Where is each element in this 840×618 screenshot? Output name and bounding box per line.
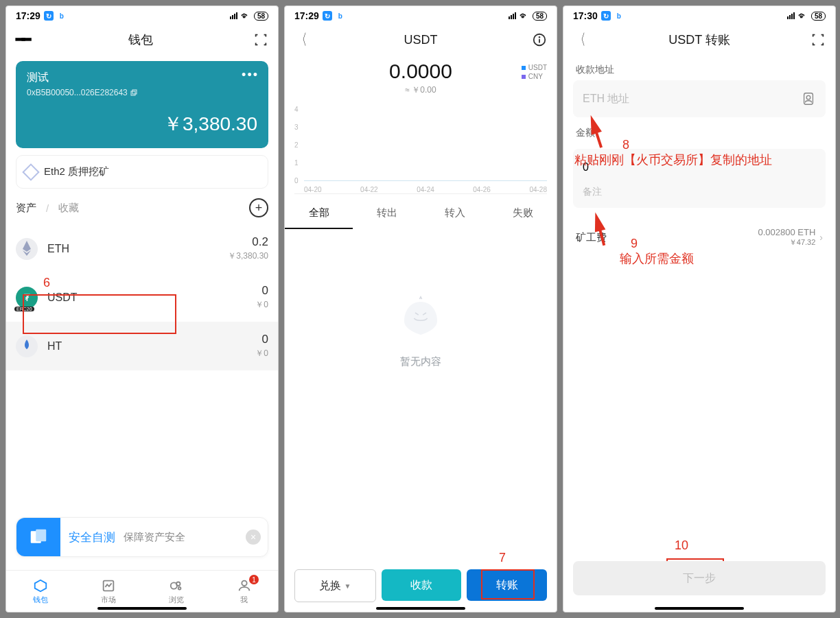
svg-point-11 bbox=[539, 37, 540, 38]
app-indicator-2-icon: b bbox=[614, 11, 624, 21]
usdt-icon: ₮ERC20 bbox=[16, 287, 38, 309]
nav-bar: 〈 USDT 转账 bbox=[563, 25, 835, 54]
close-icon[interactable]: × bbox=[246, 530, 261, 545]
asset-row-ht[interactable]: HT 0￥0 bbox=[6, 322, 278, 370]
home-indicator[interactable] bbox=[655, 607, 744, 610]
back-icon[interactable]: 〈 bbox=[575, 29, 585, 50]
next-button[interactable]: 下一步 bbox=[573, 561, 826, 595]
balance-amount: 0.0000 bbox=[285, 60, 557, 83]
info-icon[interactable] bbox=[532, 32, 547, 47]
action-bar: 兑换▼ 收款 转账 bbox=[294, 569, 547, 602]
app-indicator-icon: ↻ bbox=[601, 11, 611, 21]
signal-icon bbox=[509, 12, 516, 19]
eth-icon bbox=[16, 238, 38, 260]
tab-assets[interactable]: 资产 bbox=[16, 202, 36, 215]
wifi-icon: ᯤ bbox=[241, 10, 250, 21]
battery-icon: 58 bbox=[533, 12, 547, 21]
tab-wallet[interactable]: 钱包 bbox=[6, 571, 74, 612]
filter-in[interactable]: 转入 bbox=[421, 198, 489, 229]
toast-title: 安全自测 bbox=[69, 530, 115, 545]
wallet-balance: ￥3,380.30 bbox=[27, 111, 257, 137]
tab-market[interactable]: 市场 bbox=[74, 571, 142, 612]
clock: 17:29 bbox=[294, 10, 319, 21]
security-toast[interactable]: 安全自测 保障资产安全 × bbox=[16, 517, 268, 557]
tab-me[interactable]: 1我 bbox=[210, 571, 278, 612]
annotation-9-num: 9 bbox=[631, 237, 638, 251]
empty-state: 暂无内容 bbox=[285, 291, 557, 368]
wallet-address[interactable]: 0xB5B00050...026E282643 bbox=[27, 88, 257, 97]
balance-fiat: ≈ ￥0.00 bbox=[285, 84, 557, 96]
filter-all[interactable]: 全部 bbox=[285, 198, 353, 229]
tab-browser[interactable]: 浏览 bbox=[142, 571, 210, 612]
notification-badge: 1 bbox=[249, 575, 259, 584]
menu-icon[interactable]: ━━ bbox=[16, 31, 28, 49]
security-icon bbox=[16, 518, 60, 556]
scan-icon[interactable] bbox=[810, 32, 826, 47]
receive-button[interactable]: 收款 bbox=[382, 569, 462, 601]
page-title: 钱包 bbox=[128, 32, 153, 48]
status-bar: 17:29↻b ᯤ58 bbox=[6, 6, 278, 25]
home-indicator[interactable] bbox=[376, 607, 465, 610]
screen-wallet: 17:29↻b ᯤ58 ━━ 钱包 ••• 测试 0xB5B00050...02… bbox=[5, 5, 279, 613]
status-bar: 17:30↻b ᯤ58 bbox=[563, 6, 835, 25]
annotation-10-num: 10 bbox=[675, 538, 688, 553]
signal-icon bbox=[230, 12, 237, 19]
wifi-icon: ᯤ bbox=[798, 10, 808, 21]
filter-fail[interactable]: 失败 bbox=[489, 198, 557, 229]
eth-diamond-icon bbox=[22, 163, 39, 180]
signal-icon bbox=[787, 12, 795, 19]
app-indicator-icon: ↻ bbox=[44, 11, 54, 21]
svg-point-7 bbox=[176, 582, 180, 586]
wifi-icon: ᯤ bbox=[520, 10, 529, 21]
stake-banner[interactable]: Eth2 质押挖矿 bbox=[16, 155, 268, 189]
label-address: 收款地址 bbox=[563, 54, 835, 80]
wallet-name: 测试 bbox=[27, 71, 257, 85]
svg-rect-0 bbox=[131, 91, 135, 95]
svg-rect-1 bbox=[132, 90, 137, 94]
annotation-8-text: 粘贴刚刚【火币交易所】复制的地址 bbox=[574, 152, 772, 168]
balance-display: 0.0000 ≈ ￥0.00 USDT CNY bbox=[285, 54, 557, 100]
tab-bar: 钱包 市场 浏览 1我 bbox=[6, 570, 278, 612]
page-title: USDT bbox=[404, 33, 438, 47]
back-icon[interactable]: 〈 bbox=[296, 29, 307, 50]
app-indicator-icon: ↻ bbox=[323, 11, 332, 21]
address-input[interactable]: ETH 地址 bbox=[573, 80, 826, 117]
filter-out[interactable]: 转出 bbox=[353, 198, 421, 229]
annotation-6: 6 bbox=[43, 276, 50, 290]
exchange-button[interactable]: 兑换▼ bbox=[294, 569, 376, 602]
battery-icon: 58 bbox=[811, 12, 826, 21]
memo-placeholder: 备注 bbox=[583, 186, 816, 198]
annotation-8-num: 8 bbox=[622, 138, 629, 152]
more-icon[interactable]: ••• bbox=[242, 68, 259, 82]
clock: 17:29 bbox=[16, 10, 40, 21]
svg-point-8 bbox=[178, 586, 180, 589]
tab-favorites[interactable]: 收藏 bbox=[58, 202, 79, 215]
svg-rect-3 bbox=[36, 530, 46, 542]
miner-fee-row[interactable]: 矿工费 0.002800 ETH￥47.32 › bbox=[573, 217, 826, 257]
ht-icon bbox=[16, 335, 38, 357]
add-asset-button[interactable]: + bbox=[249, 198, 268, 217]
home-indicator[interactable] bbox=[97, 607, 187, 610]
clock: 17:30 bbox=[573, 10, 598, 21]
nav-bar: 〈 USDT bbox=[285, 25, 557, 54]
toast-subtitle: 保障资产安全 bbox=[124, 531, 185, 544]
wallet-card[interactable]: ••• 测试 0xB5B00050...026E282643 ￥3,380.30 bbox=[16, 61, 268, 148]
app-indicator-2-icon: b bbox=[336, 11, 345, 21]
contacts-icon[interactable] bbox=[801, 91, 816, 106]
empty-text: 暂无内容 bbox=[285, 355, 557, 368]
annotation-9-text: 输入所需金额 bbox=[620, 250, 694, 267]
address-placeholder: ETH 地址 bbox=[583, 92, 629, 106]
app-indicator-2-icon: b bbox=[57, 11, 67, 21]
screen-transfer: 17:30↻b ᯤ58 〈 USDT 转账 收款地址 ETH 地址 金额 0 备… bbox=[563, 5, 836, 613]
svg-point-9 bbox=[242, 580, 246, 585]
scan-icon[interactable] bbox=[253, 32, 268, 47]
status-bar: 17:29↻b ᯤ58 bbox=[285, 6, 557, 25]
annotation-7: 7 bbox=[499, 551, 506, 565]
screen-asset-detail: 17:29↻b ᯤ58 〈 USDT 0.0000 ≈ ￥0.00 USDT C… bbox=[284, 5, 557, 613]
asset-row-eth[interactable]: ETH 0.2￥3,380.30 bbox=[6, 224, 278, 273]
asset-list: ETH 0.2￥3,380.30 ₮ERC20 USDT 0￥0 HT 0￥0 bbox=[6, 224, 278, 370]
send-button[interactable]: 转账 bbox=[467, 569, 547, 601]
chart-legend: USDT CNY bbox=[522, 64, 547, 82]
battery-icon: 58 bbox=[254, 12, 268, 21]
chevron-right-icon: › bbox=[819, 232, 823, 243]
